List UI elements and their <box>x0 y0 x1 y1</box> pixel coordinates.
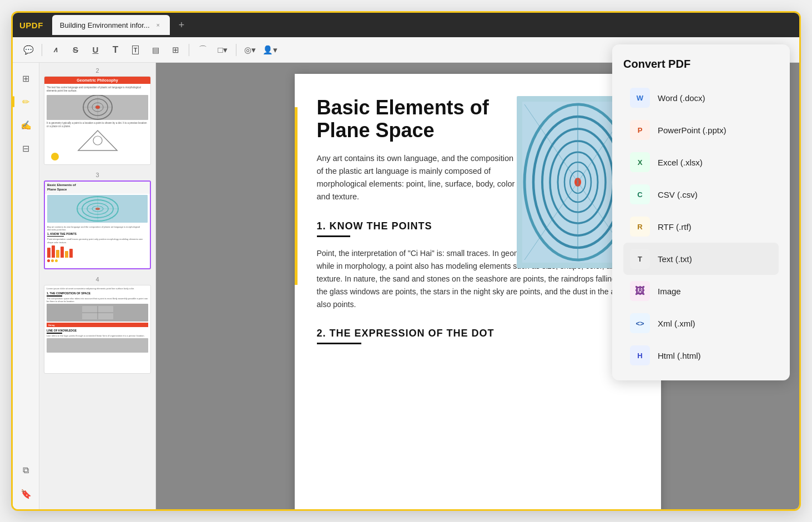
pdf-section2-title: 2. THE EXPRESSION OF THE DOT <box>317 328 639 339</box>
shape-toolbar-btn[interactable]: □▾ <box>214 41 231 59</box>
thumb4-section1: 1. THE COMPOSITION OF SPACE <box>47 292 148 295</box>
convert-item-ppt[interactable]: P PowerPoint (.pptx) <box>623 114 779 146</box>
underline-toolbar-btn[interactable]: U <box>87 41 104 59</box>
thumb3-bar <box>47 236 64 237</box>
user-toolbar-btn[interactable]: 👤▾ <box>261 41 279 59</box>
convert-icon-word: W <box>630 88 650 108</box>
thumb3-image <box>47 195 148 223</box>
convert-icon-html: H <box>630 345 650 365</box>
convert-label-csv: CSV (.csv) <box>658 190 698 199</box>
text-box2-toolbar-btn[interactable]: ▤ <box>147 41 164 59</box>
thumb-img-4[interactable]: Lorem ipsum dolor sit amet consectetur a… <box>44 285 151 374</box>
thumb2-text2: It is geometry typically a point is a lo… <box>47 122 148 129</box>
new-tab-button[interactable]: + <box>174 18 189 32</box>
layers-icon: ⧉ <box>23 465 29 475</box>
annotate-icon: ✏ <box>22 97 29 107</box>
thumb2-yellow-dot <box>51 153 59 160</box>
convert-items-list: W Word (.docx) P PowerPoint (.pptx) X Ex… <box>623 82 779 372</box>
text-toolbar-btn[interactable]: T <box>107 41 124 59</box>
text-box-toolbar-btn[interactable]: T <box>127 41 144 59</box>
text-box2-icon: ▤ <box>152 46 159 54</box>
page-thumb-3[interactable]: 3 Basic Elements ofPlane Space <box>44 172 151 269</box>
convert-label-word: Word (.docx) <box>658 93 705 103</box>
strikethrough-icon: S <box>73 45 78 54</box>
pen-toolbar-btn[interactable]: ∧ <box>47 41 64 59</box>
stamp-toolbar-btn[interactable]: ◎▾ <box>241 41 259 59</box>
convert-pdf-panel: Convert PDF W Word (.docx) P PowerPoint … <box>612 44 790 380</box>
user-icon: 👤▾ <box>263 45 278 55</box>
pdf-page: Basic Elements of Plane Space <box>295 74 661 509</box>
convert-icon-ppt: P <box>630 120 650 140</box>
table-icon: ⊞ <box>172 45 179 55</box>
convert-panel-title: Convert PDF <box>623 58 779 71</box>
sidebar-edit-btn[interactable]: ✍ <box>16 115 36 135</box>
sidebar-layers-btn[interactable]: ⧉ <box>16 460 36 480</box>
table-toolbar-btn[interactable]: ⊞ <box>167 41 184 59</box>
convert-icon-csv: C <box>630 184 650 204</box>
thumb4-string-label: String <box>48 324 55 327</box>
convert-label-excel: Excel (.xlsx) <box>658 158 703 167</box>
convert-label-img: Image <box>658 287 681 296</box>
convert-item-txt[interactable]: T Text (.txt) <box>623 243 779 275</box>
convert-item-csv[interactable]: C CSV (.csv) <box>623 178 779 210</box>
text-box-icon: T <box>132 46 139 54</box>
thumb2-text: The text has some language and compositi… <box>47 86 148 93</box>
thumb4-string-bar: String <box>47 323 148 327</box>
thumb4-text2: The composition space also takes into ac… <box>47 297 148 303</box>
highlight-icon: ⌒ <box>199 44 207 55</box>
thumb4-image2 <box>47 338 148 353</box>
strikethrough-toolbar-btn[interactable]: S <box>67 41 84 59</box>
convert-label-html: Html (.html) <box>658 351 701 360</box>
sidebar-organize-btn[interactable]: ⊟ <box>16 138 36 158</box>
convert-item-excel[interactable]: X Excel (.xlsx) <box>623 146 779 178</box>
stamp-icon: ◎▾ <box>244 45 256 55</box>
comment-toolbar-btn[interactable]: 💬 <box>19 41 37 59</box>
comment-icon: 💬 <box>23 45 34 55</box>
tab-close-button[interactable]: × <box>154 21 162 29</box>
thumb3-header: Basic Elements ofPlane Space <box>45 182 150 194</box>
thumb4-image <box>47 304 148 322</box>
thumb3-dots <box>47 259 148 262</box>
bookmark-icon: 🔖 <box>21 489 32 499</box>
convert-item-rtf[interactable]: R RTF (.rtf) <box>623 210 779 243</box>
text-icon: T <box>113 44 118 56</box>
active-indicator <box>13 96 14 107</box>
tab-label: Building Environment infor... <box>60 21 150 29</box>
convert-icon-xml: <> <box>630 313 650 333</box>
thumbnail-panel[interactable]: 2 Geometric Philosophy The text has some… <box>39 63 156 509</box>
thumb4-bar2 <box>47 333 62 334</box>
thumb4-text3: Line refers to the logic points through … <box>47 334 148 337</box>
svg-marker-6 <box>78 130 117 150</box>
thumb3-text2: Point interpretation small traces geomet… <box>47 238 148 243</box>
sidebar-bookmark-btn[interactable]: 🔖 <box>16 484 36 504</box>
convert-item-img[interactable]: 🖼 Image <box>623 275 779 307</box>
thumb4-bar <box>47 295 62 297</box>
thumb2-header: Geometric Philosophy <box>44 77 150 84</box>
thumb3-know: 1. KNOW THE POINTS <box>47 232 148 235</box>
convert-label-xml: Xml (.xml) <box>658 319 695 328</box>
highlight-toolbar-btn[interactable]: ⌒ <box>194 41 211 59</box>
convert-label-ppt: PowerPoint (.pptx) <box>658 126 726 135</box>
page-thumb-2[interactable]: 2 Geometric Philosophy The text has some… <box>44 67 151 165</box>
thumb-img-2[interactable]: Geometric Philosophy The text has some l… <box>44 76 151 165</box>
thumb3-charts <box>47 245 148 258</box>
toolbar-separator-2 <box>189 44 189 56</box>
convert-item-html[interactable]: H Html (.html) <box>623 339 779 372</box>
page-num-2: 2 <box>44 67 151 74</box>
thumb3-title: Basic Elements ofPlane Space <box>47 183 148 192</box>
active-tab[interactable]: Building Environment infor... × <box>52 15 170 35</box>
sidebar-thumbnails-btn[interactable]: ⊞ <box>16 68 36 88</box>
thumb2-body: The text has some language and compositi… <box>44 84 150 163</box>
convert-icon-img: 🖼 <box>630 281 650 301</box>
convert-item-xml[interactable]: <> Xml (.xml) <box>623 307 779 339</box>
convert-item-word[interactable]: W Word (.docx) <box>623 82 779 114</box>
thumb3-body: Any art contains its own language and th… <box>45 224 150 265</box>
toolbar-separator-1 <box>42 44 42 56</box>
pen-icon: ∧ <box>53 46 58 54</box>
edit-icon: ✍ <box>21 120 32 130</box>
page-thumb-4[interactable]: 4 Lorem ipsum dolor sit amet consectetur… <box>44 276 151 374</box>
pdf-intro-text: Any art contains its own language, and t… <box>317 152 517 204</box>
pdf-section1-bar <box>317 235 350 237</box>
thumb-img-3[interactable]: Basic Elements ofPlane Space <box>44 180 151 269</box>
sidebar-annotate-btn[interactable]: ✏ <box>16 92 36 112</box>
